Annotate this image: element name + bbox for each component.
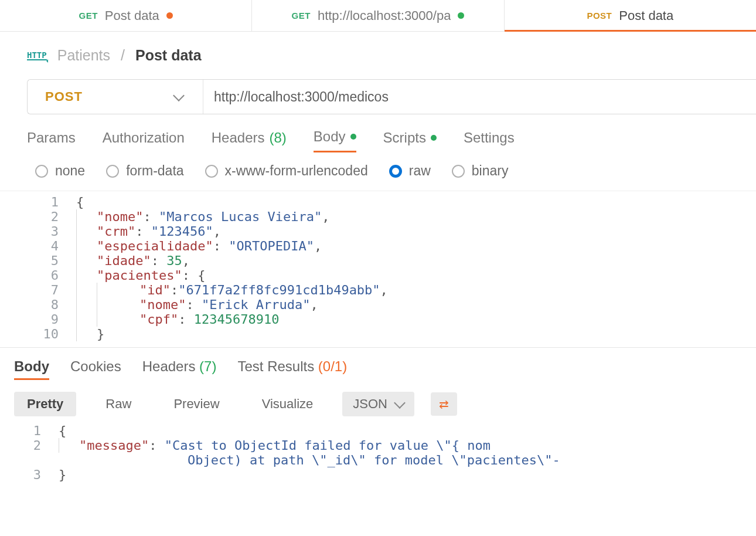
resp-headers-label: Headers	[142, 358, 196, 374]
subtab-scripts[interactable]: Scripts	[383, 128, 437, 152]
request-subtabs: Params Authorization Headers (8) Body Sc…	[0, 114, 756, 152]
subtab-headers[interactable]: Headers (8)	[212, 128, 287, 152]
resp-test-label: Test Results	[237, 358, 314, 374]
tab-title: Post data	[619, 8, 673, 23]
response-format-label: JSON	[353, 396, 387, 412]
method-label: POST	[45, 89, 83, 104]
body-type-label: form-data	[126, 163, 183, 179]
wrap-lines-button[interactable]: ⇄	[431, 392, 457, 416]
chevron-down-icon	[394, 397, 406, 409]
subtab-authorization[interactable]: Authorization	[103, 128, 185, 152]
code: {	[59, 423, 66, 438]
response-tab-test-results[interactable]: Test Results (0/1)	[237, 358, 347, 380]
body-type-none[interactable]: none	[35, 163, 85, 179]
subtab-headers-label: Headers	[212, 130, 265, 146]
code: Object) at path \"_id\" for model \"paci…	[59, 453, 560, 467]
code: "id":"671f7a2ff8fc991cd1b49abb",	[76, 283, 388, 297]
tab-method: POST	[587, 11, 612, 21]
response-tab-cookies[interactable]: Cookies	[70, 358, 121, 380]
code: "crm": "123456",	[76, 224, 221, 239]
tab-method: GET	[79, 11, 98, 21]
subtab-headers-count: (8)	[270, 130, 287, 146]
body-type-binary[interactable]: binary	[452, 163, 509, 179]
tab-get-localhost[interactable]: GET http://localhost:3000/pa	[252, 0, 504, 31]
response-tab-headers[interactable]: Headers (7)	[142, 358, 217, 380]
request-line: POST	[27, 79, 756, 114]
breadcrumb-collection[interactable]: Patients	[57, 47, 110, 64]
code: "especialidade": "ORTOPEDIA",	[76, 239, 322, 253]
radio-icon	[106, 165, 119, 178]
view-visualize[interactable]: Visualize	[249, 392, 326, 416]
unsaved-dot-icon	[166, 12, 173, 19]
code: "idade": 35,	[76, 253, 190, 268]
tab-post-post-data[interactable]: POST Post data	[505, 0, 756, 31]
method-select[interactable]: POST	[28, 80, 203, 114]
response-view-row: Pretty Raw Preview Visualize JSON ⇄	[0, 386, 756, 421]
unsaved-dot-icon	[458, 12, 464, 19]
tab-title: Post data	[105, 8, 159, 23]
resp-test-count: (0/1)	[318, 358, 347, 374]
tab-method: GET	[292, 11, 311, 21]
response-tabs: Body Cookies Headers (7) Test Results (0…	[0, 347, 756, 386]
code: "nome": "Marcos Lucas Vieira",	[76, 209, 329, 224]
response-tab-body[interactable]: Body	[14, 358, 49, 380]
code: "message": "Cast to ObjectId failed for …	[59, 438, 491, 453]
http-icon: HTTP	[27, 51, 47, 60]
subtab-settings[interactable]: Settings	[464, 128, 515, 152]
breadcrumb-current: Post data	[135, 47, 202, 64]
code: "cpf": 12345678910	[76, 312, 279, 327]
subtab-body[interactable]: Body	[314, 128, 356, 152]
radio-icon	[35, 165, 48, 178]
body-type-formdata[interactable]: form-data	[106, 163, 183, 179]
response-format-select[interactable]: JSON	[342, 392, 414, 416]
dot-icon	[431, 135, 437, 141]
body-type-urlencoded[interactable]: x-www-form-urlencoded	[205, 163, 368, 179]
view-preview[interactable]: Preview	[161, 392, 232, 416]
body-type-raw[interactable]: raw	[389, 163, 431, 179]
tab-get-post-data[interactable]: GET Post data	[0, 0, 252, 31]
view-pretty[interactable]: Pretty	[14, 392, 76, 416]
body-type-row: none form-data x-www-form-urlencoded raw…	[0, 152, 756, 185]
code: "pacientes": {	[76, 268, 205, 283]
code: {	[76, 195, 84, 209]
tab-title: http://localhost:3000/pa	[318, 8, 451, 23]
view-raw[interactable]: Raw	[93, 392, 144, 416]
dot-icon	[350, 134, 356, 140]
request-tabs: GET Post data GET http://localhost:3000/…	[0, 0, 756, 32]
chevron-down-icon	[173, 90, 185, 101]
code: }	[59, 467, 66, 482]
radio-icon	[452, 165, 465, 178]
request-body-editor[interactable]: 1{ 2"nome": "Marcos Lucas Vieira", 3"crm…	[0, 191, 756, 347]
code: "nome": "Erick Arruda",	[76, 297, 318, 312]
breadcrumb-sep: /	[121, 47, 125, 64]
url-input[interactable]	[203, 89, 756, 105]
breadcrumb: HTTP Patients / Post data	[0, 32, 756, 79]
subtab-body-label: Body	[314, 128, 346, 145]
body-type-label: raw	[409, 163, 431, 179]
body-type-label: x-www-form-urlencoded	[225, 163, 368, 179]
resp-headers-count: (7)	[199, 358, 216, 374]
body-type-label: binary	[472, 163, 509, 179]
subtab-params[interactable]: Params	[27, 128, 76, 152]
body-type-label: none	[55, 163, 85, 179]
response-body-editor[interactable]: 1{ 2"message": "Cast to ObjectId failed …	[0, 421, 756, 482]
code: }	[76, 327, 104, 341]
radio-icon	[205, 165, 218, 178]
wrap-icon: ⇄	[439, 397, 449, 411]
radio-icon	[389, 165, 402, 178]
subtab-scripts-label: Scripts	[383, 130, 426, 146]
